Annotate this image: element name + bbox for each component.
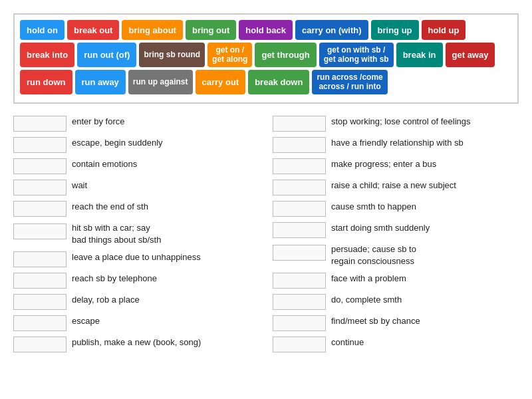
def-row-left-9: delay, rob a place bbox=[13, 293, 259, 311]
btn-run-away[interactable]: run away bbox=[75, 70, 126, 94]
def-text-right-10: find/meet sb by chance bbox=[331, 315, 420, 327]
def-row-right-7: persuade; cause sb toregain consciousnes… bbox=[273, 242, 519, 269]
btn-bring-about[interactable]: bring about bbox=[122, 20, 183, 40]
answer-input-right-5[interactable] bbox=[273, 201, 326, 217]
def-text-left-5: reach the end of sth bbox=[72, 201, 148, 213]
def-row-right-4: raise a child; raise a new subject bbox=[273, 178, 519, 197]
answer-input-right-7[interactable] bbox=[273, 245, 326, 261]
def-text-left-3: contain emotions bbox=[72, 158, 137, 170]
answer-input-left-6[interactable] bbox=[13, 223, 66, 239]
def-text-left-8: reach sb by telephone bbox=[72, 273, 157, 285]
answer-input-left-1[interactable] bbox=[13, 116, 66, 132]
def-row-left-6: hit sb with a car; saybad things about s… bbox=[13, 221, 259, 247]
btn-hold-back[interactable]: hold back bbox=[239, 20, 293, 40]
btn-hold-up[interactable]: hold up bbox=[422, 20, 466, 40]
btn-carry-on-with[interactable]: carry on (with) bbox=[295, 20, 368, 40]
answer-input-right-11[interactable] bbox=[273, 336, 326, 352]
def-text-right-9: do, complete smth bbox=[331, 294, 402, 306]
btn-get-on-with-sb[interactable]: get on with sb /get along with sb bbox=[319, 43, 394, 67]
button-row-2: break into run out (of) bring sb round g… bbox=[20, 43, 512, 67]
btn-break-in[interactable]: break in bbox=[396, 43, 443, 67]
btn-get-away[interactable]: get away bbox=[446, 43, 495, 67]
def-text-left-7: leave a place due to unhappiness bbox=[72, 251, 201, 263]
def-text-left-10: escape bbox=[72, 315, 100, 327]
def-row-left-2: escape, begin suddenly bbox=[13, 136, 259, 154]
def-row-right-11: continue bbox=[273, 335, 519, 354]
def-row-left-7: leave a place due to unhappiness bbox=[13, 250, 259, 269]
def-row-right-1: stop working; lose control of feelings bbox=[273, 114, 519, 133]
btn-hold-on[interactable]: hold on bbox=[20, 20, 65, 40]
def-text-left-1: enter by force bbox=[72, 116, 125, 128]
answer-input-right-3[interactable] bbox=[273, 158, 326, 174]
answer-input-left-7[interactable] bbox=[13, 251, 66, 267]
def-text-left-11: publish, make a new (book, song) bbox=[72, 336, 201, 348]
answer-input-left-11[interactable] bbox=[13, 336, 66, 352]
def-row-right-5: cause smth to happen bbox=[273, 200, 519, 218]
answer-input-left-4[interactable] bbox=[13, 180, 66, 196]
def-row-left-3: contain emotions bbox=[13, 157, 259, 176]
left-definitions: enter by force escape, begin suddenly co… bbox=[13, 114, 259, 354]
answer-input-right-1[interactable] bbox=[273, 116, 326, 132]
def-text-right-1: stop working; lose control of feelings bbox=[331, 116, 471, 128]
answer-input-left-10[interactable] bbox=[13, 315, 66, 331]
button-row-1: hold on break out bring about bring out … bbox=[20, 20, 512, 40]
btn-break-out[interactable]: break out bbox=[67, 20, 120, 40]
answer-input-right-4[interactable] bbox=[273, 180, 326, 196]
btn-bring-up[interactable]: bring up bbox=[371, 20, 419, 40]
def-row-right-6: start doing smth suddenly bbox=[273, 221, 519, 239]
phrasal-verbs-area: hold on break out bring about bring out … bbox=[13, 13, 519, 104]
def-row-right-3: make progress; enter a bus bbox=[273, 157, 519, 176]
def-row-left-5: reach the end of sth bbox=[13, 200, 259, 218]
def-text-right-5: cause smth to happen bbox=[331, 201, 416, 213]
btn-run-across[interactable]: run across /comeacross / run into bbox=[312, 70, 387, 94]
answer-input-left-9[interactable] bbox=[13, 294, 66, 310]
answer-input-right-6[interactable] bbox=[273, 222, 326, 238]
def-row-right-2: have a friendly relationship with sb bbox=[273, 136, 519, 154]
def-row-left-11: publish, make a new (book, song) bbox=[13, 335, 259, 354]
answer-input-right-8[interactable] bbox=[273, 273, 326, 289]
answer-input-left-3[interactable] bbox=[13, 158, 66, 174]
btn-run-up-against[interactable]: run up against bbox=[128, 70, 193, 94]
answer-input-left-5[interactable] bbox=[13, 201, 66, 217]
def-text-right-11: continue bbox=[331, 336, 364, 348]
def-text-right-7: persuade; cause sb toregain consciousnes… bbox=[331, 243, 416, 267]
btn-run-down[interactable]: run down bbox=[20, 70, 72, 94]
btn-bring-out[interactable]: bring out bbox=[186, 20, 236, 40]
def-text-right-4: raise a child; raise a new subject bbox=[331, 180, 456, 192]
btn-carry-out[interactable]: carry out bbox=[196, 70, 246, 94]
def-text-right-2: have a friendly relationship with sb bbox=[331, 137, 464, 149]
definitions-area: enter by force escape, begin suddenly co… bbox=[13, 114, 519, 354]
def-text-left-9: delay, rob a place bbox=[72, 294, 140, 306]
def-row-left-1: enter by force bbox=[13, 114, 259, 133]
answer-input-right-2[interactable] bbox=[273, 137, 326, 153]
btn-get-on-get-along[interactable]: get on /get along bbox=[207, 43, 252, 67]
def-row-right-9: do, complete smth bbox=[273, 293, 519, 311]
def-row-left-4: wait bbox=[13, 178, 259, 197]
def-text-right-8: face with a problem bbox=[331, 273, 406, 285]
answer-input-right-9[interactable] bbox=[273, 294, 326, 310]
answer-input-left-8[interactable] bbox=[13, 273, 66, 289]
def-text-right-6: start doing smth suddenly bbox=[331, 222, 430, 234]
def-text-left-6: hit sb with a car; saybad things about s… bbox=[72, 222, 161, 246]
btn-break-down[interactable]: break down bbox=[248, 70, 309, 94]
def-row-left-10: escape bbox=[13, 314, 259, 332]
def-row-right-10: find/meet sb by chance bbox=[273, 314, 519, 332]
btn-bring-sb-round[interactable]: bring sb round bbox=[139, 43, 205, 67]
def-row-left-8: reach sb by telephone bbox=[13, 271, 259, 290]
btn-run-out-of[interactable]: run out (of) bbox=[77, 43, 136, 67]
def-row-right-8: face with a problem bbox=[273, 271, 519, 290]
def-text-left-2: escape, begin suddenly bbox=[72, 137, 163, 149]
answer-input-left-2[interactable] bbox=[13, 137, 66, 153]
button-row-3: run down run away run up against carry o… bbox=[20, 70, 512, 94]
def-text-left-4: wait bbox=[72, 180, 87, 192]
answer-input-right-10[interactable] bbox=[273, 315, 326, 331]
btn-get-through[interactable]: get through bbox=[255, 43, 316, 67]
btn-break-into[interactable]: break into bbox=[20, 43, 74, 67]
def-text-right-3: make progress; enter a bus bbox=[331, 158, 436, 170]
right-definitions: stop working; lose control of feelings h… bbox=[273, 114, 519, 354]
